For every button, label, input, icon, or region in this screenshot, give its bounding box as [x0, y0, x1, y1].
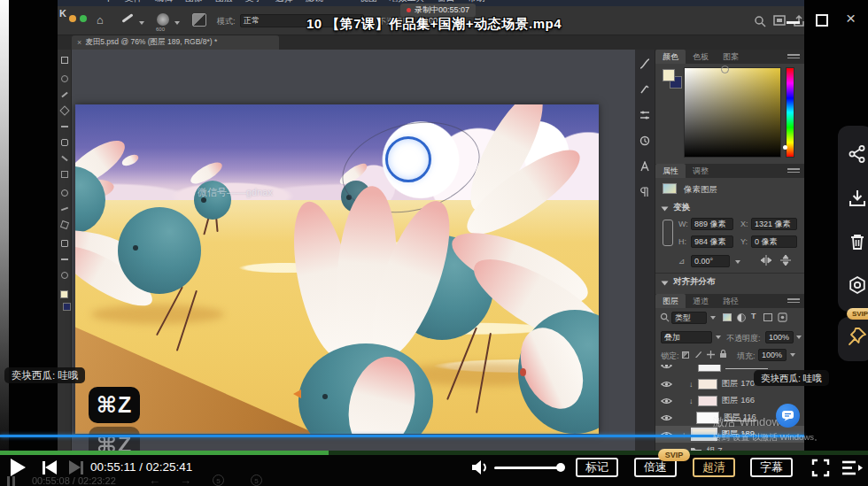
maximize-button[interactable] [816, 14, 828, 27]
x-value: 1321 像素 [751, 218, 797, 230]
creature-red-spot [520, 368, 526, 376]
w-label: W: [678, 220, 688, 228]
ghost-time-display: 00:55:08 / 02:23:22 [32, 475, 116, 486]
tab-swatches: 色板 [686, 50, 716, 64]
layer-name-underline [725, 365, 768, 369]
panel-icon-adjustments [639, 110, 650, 120]
divider [655, 273, 804, 274]
panel-icon-curves [639, 58, 650, 69]
tool-icon [61, 139, 68, 146]
color-field-marker [721, 66, 729, 73]
ps-menu-item: 滤镜 [306, 0, 323, 4]
tab-close-icon: × [77, 38, 81, 47]
shortcut-key-overlay: ⌘Z [89, 387, 140, 423]
fill-value: 100% [758, 349, 787, 361]
tab-adjustments: 调整 [686, 164, 716, 178]
tab-layers: 图层 [655, 294, 686, 308]
close-button[interactable]: × [846, 9, 856, 28]
minimize-button[interactable] [787, 21, 800, 24]
tool-icon [61, 126, 68, 127]
filter-adjust-icon [737, 313, 746, 322]
delete-icon[interactable] [848, 232, 867, 251]
recording-badge: 录制中00:55:07 [400, 4, 476, 17]
fullscreen-icon[interactable] [811, 459, 830, 477]
y-label: Y: [740, 237, 748, 246]
time-display: 00:55:11 / 02:25:41 [90, 460, 192, 474]
pin-icon[interactable] [847, 326, 868, 347]
w-value: 889 像素 [691, 218, 733, 230]
background-color-swatch [63, 303, 71, 311]
clip-mask-icon: ↓ [689, 397, 694, 405]
h-value: 984 像素 [691, 235, 733, 248]
flip-vertical-icon [779, 255, 792, 266]
visibility-eye-icon [661, 397, 672, 405]
playlist-icon[interactable] [841, 459, 863, 476]
visibility-eye-icon [661, 365, 672, 370]
filter-search-icon [660, 312, 670, 322]
creature-beak [293, 390, 301, 398]
align-section-label: 对齐并分布 [673, 276, 716, 288]
tool-icon [61, 92, 67, 98]
mark-button[interactable]: 标记 [576, 458, 618, 477]
video-surface[interactable]: Photoshop 文件 编辑 图像 图层 文字 选择 滤镜 3D 视图 增效工… [58, 0, 804, 451]
share-icon[interactable] [848, 144, 867, 164]
transform-section-label: 变换 [673, 202, 690, 213]
document-tab: × 麦田5.psd @ 76% (图层 189, RGB/8*) * [72, 35, 279, 50]
volume-icon[interactable] [470, 459, 490, 476]
color-panel-tabs: 颜色 色板 图案 [655, 50, 804, 64]
ps-tab-bar: × 麦田5.psd @ 76% (图层 189, RGB/8*) * [58, 35, 804, 50]
panel-menu-icon [787, 297, 800, 305]
previous-button[interactable] [43, 460, 57, 474]
ps-menu-item: 文件 [125, 0, 143, 4]
tool-icon [61, 57, 68, 64]
tab-properties: 属性 [655, 164, 686, 178]
layer-thumbnail [698, 379, 717, 390]
layer-thumbnail [698, 396, 717, 406]
align-section-caret [662, 282, 669, 286]
download-icon[interactable] [848, 189, 867, 208]
inner-video-progress-line [0, 435, 804, 437]
layer-thumbnail [698, 365, 721, 372]
brush-cursor-ring [385, 136, 431, 182]
support-chat-icon[interactable] [776, 404, 800, 428]
lock-label: 锁定: [661, 351, 679, 362]
next-button[interactable] [69, 460, 83, 474]
danmaku-comment: 奕块西瓜: 哇哦 [754, 370, 829, 386]
lock-all-icon [719, 350, 727, 359]
panel-icon-history [639, 135, 650, 146]
volume-slider-knob[interactable] [556, 463, 565, 472]
ghost-back-arrow-icon: ← [149, 474, 160, 486]
pin-svip-badge: SVIP [847, 308, 868, 320]
record-icon[interactable] [848, 275, 867, 295]
windows-activation-line2: 转到“设置”以激活 Windows。 [713, 432, 823, 444]
tab-color: 颜色 [655, 50, 686, 64]
layers-blend-caret [716, 336, 721, 339]
hue-marker [783, 145, 787, 150]
panel-icon-brush-settings [639, 84, 650, 95]
fg-color-swatch [663, 69, 675, 81]
ps-panel-icon-column [635, 50, 655, 451]
ps-menu-item: 图像 [185, 0, 203, 4]
ghost-forward-5-icon: 5 [251, 474, 262, 486]
filter-smart-icon [778, 312, 787, 322]
document-tab-title: 麦田5.psd @ 76% (图层 189, RGB/8*) * [85, 37, 217, 48]
panel-icon-character [639, 161, 650, 172]
filter-type-caret [710, 316, 716, 320]
tool-icon [61, 75, 68, 82]
filter-type-text-icon: T [751, 312, 756, 320]
video-title: 10 【第7课】作品集+国潮+动态场景.mp4 [0, 16, 868, 33]
ps-canvas-artwork: 微信号——gdnax [75, 104, 599, 434]
tool-icon [61, 189, 68, 197]
filter-shape-icon [763, 313, 772, 321]
canvas-watermark: 微信号——gdnax [198, 186, 273, 199]
tool-icon [59, 220, 68, 229]
volume-slider[interactable] [494, 467, 563, 469]
tool-icon [61, 171, 68, 178]
play-button[interactable] [11, 459, 26, 476]
fill-caret [790, 353, 795, 357]
quality-button[interactable]: 超清 [693, 458, 735, 477]
foreground-color-swatch [60, 290, 68, 298]
layer-type-thumb [663, 183, 677, 194]
subtitle-button[interactable]: 字幕 [750, 458, 793, 477]
layers-panel-tabs: 图层 通道 路径 [655, 294, 804, 308]
